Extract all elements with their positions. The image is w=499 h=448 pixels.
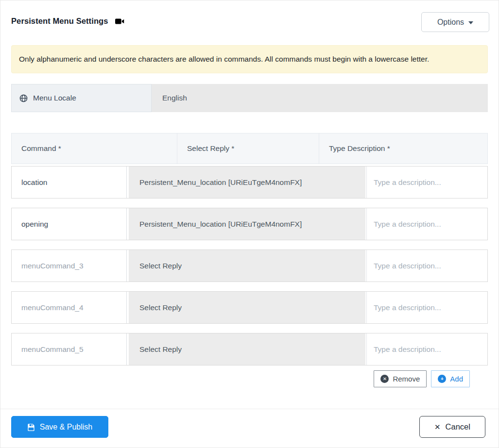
description-input[interactable] [367, 292, 487, 323]
remove-button-label: Remove [393, 375, 420, 383]
add-row-button[interactable]: + Add [431, 370, 470, 387]
warning-banner: Only alphanumeric and underscore charact… [11, 45, 488, 73]
save-disk-icon [27, 423, 35, 431]
column-header-type-description: Type Description * [319, 133, 487, 164]
table-header-row: Command * Select Reply * Type Descriptio… [11, 133, 488, 164]
chevron-down-icon [468, 21, 473, 24]
options-button-label: Options [437, 18, 464, 27]
warning-text: Only alphanumeric and underscore charact… [19, 55, 429, 64]
command-input[interactable] [12, 333, 127, 365]
table-row: Select Reply [11, 291, 488, 324]
command-input[interactable] [12, 250, 127, 282]
remove-row-button[interactable]: ✕ Remove [374, 370, 427, 387]
menu-locale-value: English [152, 84, 488, 112]
select-reply-dropdown[interactable]: Select Reply [129, 250, 365, 282]
select-reply-dropdown[interactable]: Select Reply [129, 292, 365, 323]
command-input[interactable] [12, 166, 127, 198]
command-input[interactable] [12, 292, 127, 323]
table-row: Select Reply [11, 249, 488, 282]
select-reply-text: Persistent_Menu_location [URiEuTgeM4nomF… [139, 178, 302, 187]
menu-locale-label-text: Menu Locale [33, 94, 76, 102]
table-row: Persistent_Menu_location [URiEuTgeM4nomF… [11, 166, 488, 199]
title-wrap: Persistent Menu Settings [11, 12, 124, 26]
select-reply-dropdown[interactable]: Persistent_Menu_location [URiEuTgeM4nomF… [129, 208, 365, 240]
remove-circle-x-icon: ✕ [380, 375, 389, 383]
persistent-menu-settings-panel: Persistent Menu Settings Options Only al… [0, 0, 499, 448]
description-input[interactable] [367, 166, 487, 198]
panel-footer: Save & Publish ✕ Cancel [0, 409, 499, 448]
row-actions: ✕ Remove + Add [22, 370, 470, 387]
menu-locale-label: Menu Locale [11, 84, 152, 112]
table-body: Persistent_Menu_location [URiEuTgeM4nomF… [11, 166, 488, 365]
description-input[interactable] [367, 250, 487, 282]
video-camera-icon [115, 18, 124, 25]
cancel-x-icon: ✕ [434, 423, 441, 431]
select-reply-dropdown[interactable]: Persistent_Menu_location [URiEuTgeM4nomF… [129, 166, 365, 198]
options-button[interactable]: Options [421, 12, 489, 32]
select-reply-text: Select Reply [139, 345, 182, 354]
cancel-button[interactable]: ✕ Cancel [419, 416, 485, 438]
add-button-label: Add [450, 375, 463, 383]
commands-table: Command * Select Reply * Type Descriptio… [11, 133, 488, 387]
column-header-command: Command * [12, 133, 177, 164]
cancel-button-label: Cancel [446, 422, 470, 431]
save-publish-button[interactable]: Save & Publish [11, 416, 108, 438]
save-publish-label: Save & Publish [40, 423, 93, 431]
select-reply-text: Select Reply [139, 303, 182, 312]
command-input[interactable] [12, 208, 127, 240]
table-row: Select Reply [11, 333, 488, 365]
select-reply-dropdown[interactable]: Select Reply [129, 333, 365, 365]
description-input[interactable] [367, 208, 487, 240]
panel-header: Persistent Menu Settings Options [0, 0, 499, 43]
description-input[interactable] [367, 333, 487, 365]
add-circle-plus-icon: + [438, 375, 446, 383]
table-row: Persistent_Menu_location [URiEuTgeM4nomF… [11, 208, 488, 240]
column-header-select-reply: Select Reply * [177, 133, 319, 164]
menu-locale-value-text: English [162, 94, 187, 102]
globe-icon [19, 94, 28, 102]
menu-locale-row: Menu Locale English [11, 84, 488, 112]
select-reply-text: Persistent_Menu_location [URiEuTgeM4nomF… [139, 220, 302, 229]
select-reply-text: Select Reply [139, 262, 182, 270]
page-title: Persistent Menu Settings [11, 17, 108, 26]
